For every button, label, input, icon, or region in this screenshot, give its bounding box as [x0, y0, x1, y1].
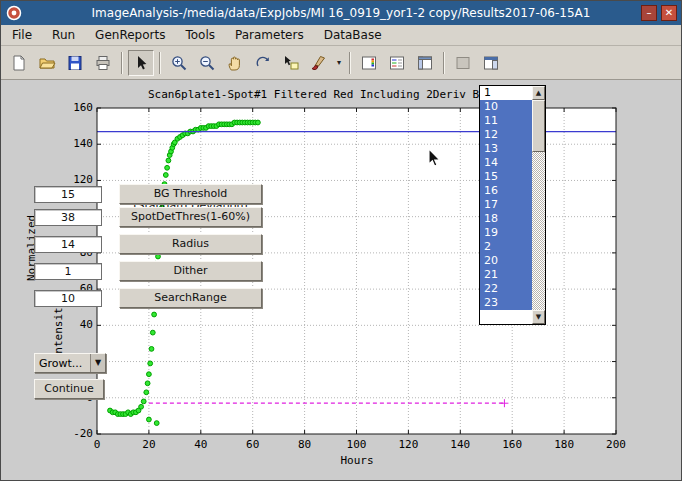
zoom-out-button[interactable] [194, 50, 220, 76]
toolbar-separator [349, 52, 351, 74]
value-list-item[interactable]: 1 [480, 86, 532, 100]
value-list-item[interactable]: 10 [480, 100, 532, 114]
x-axis-label: Hours [326, 454, 388, 467]
value-list-item[interactable]: 14 [480, 156, 532, 170]
insert-legend-button[interactable] [384, 50, 410, 76]
minimize-button[interactable]: – [641, 5, 657, 21]
data-point [256, 120, 261, 125]
menu-file[interactable]: File [3, 26, 41, 44]
scrollbar-track[interactable] [532, 100, 545, 310]
insert-colorbar-button[interactable] [356, 50, 382, 76]
searchrange-button[interactable]: SearchRange [119, 288, 262, 308]
spotdetthres-input[interactable] [34, 209, 102, 226]
data-point [144, 390, 149, 395]
continue-button[interactable]: Continue [34, 379, 104, 399]
x-tick-label: 40 [186, 438, 216, 451]
data-point [166, 158, 171, 163]
value-list-item[interactable]: 23 [480, 296, 532, 310]
y-axis-label-line2: Intensity [52, 301, 65, 361]
value-list-item[interactable]: 20 [480, 254, 532, 268]
zoom-out-icon [198, 54, 216, 72]
value-list-item[interactable]: 18 [480, 212, 532, 226]
data-point [145, 381, 150, 386]
edit-plot-button[interactable] [128, 50, 154, 76]
data-point [165, 165, 170, 170]
data-point [141, 399, 146, 404]
plot-tools-button[interactable] [412, 50, 438, 76]
show-plot-tools-button[interactable] [478, 50, 504, 76]
spotdetthres-button[interactable]: SpotDetThres(1-60%) [119, 207, 262, 227]
data-point [139, 404, 144, 409]
growth-dropdown[interactable]: Growt... ▼ [34, 353, 106, 373]
value-list-item[interactable]: 13 [480, 142, 532, 156]
data-point [147, 417, 152, 422]
hide-plot-tools-button[interactable] [450, 50, 476, 76]
radius-button[interactable]: Radius [119, 234, 262, 254]
value-list-item[interactable]: 15 [480, 170, 532, 184]
data-point [148, 361, 153, 366]
brush-dropdown-caret[interactable]: ▾ [334, 50, 344, 76]
save-icon [66, 54, 84, 72]
scroll-up-icon[interactable]: ▲ [532, 86, 545, 100]
menu-database[interactable]: DataBase [315, 26, 391, 44]
value-list-item[interactable]: 19 [480, 226, 532, 240]
new-file-icon [10, 54, 28, 72]
data-point [152, 312, 157, 317]
value-list-item[interactable]: 22 [480, 282, 532, 296]
scroll-down-icon[interactable]: ▼ [532, 310, 545, 324]
toolbar-separator [121, 52, 123, 74]
x-tick-label: 120 [393, 438, 423, 451]
data-point [156, 254, 161, 259]
dither-button[interactable]: Dither [119, 261, 262, 281]
title-bar: ImageAnalysis-/media/data/ExpJobs/MI 16_… [1, 1, 681, 25]
data-point [149, 347, 154, 352]
value-list-item[interactable]: 17 [480, 198, 532, 212]
window-menu-icon[interactable] [6, 5, 22, 21]
value-list-item[interactable]: 16 [480, 184, 532, 198]
value-list-item[interactable]: 12 [480, 128, 532, 142]
new-figure-button[interactable] [6, 50, 32, 76]
brush-icon [310, 54, 328, 72]
x-tick-label: 160 [497, 438, 527, 451]
x-tick-label: 140 [445, 438, 475, 451]
brush-button[interactable] [306, 50, 332, 76]
data-cursor-button[interactable] [278, 50, 304, 76]
close-button[interactable]: ✕ [661, 5, 677, 21]
insert-legend-icon [388, 54, 406, 72]
chevron-down-icon[interactable]: ▼ [90, 354, 105, 372]
value-list-item[interactable]: 21 [480, 268, 532, 282]
window-title: ImageAnalysis-/media/data/ExpJobs/MI 16_… [1, 6, 681, 20]
open-file-button[interactable] [34, 50, 60, 76]
bg-threshold-input[interactable] [34, 186, 102, 203]
value-list-item[interactable]: 11 [480, 114, 532, 128]
y-tick-label: 140 [61, 137, 93, 150]
hide-plot-tools-icon [454, 54, 472, 72]
zoom-in-button[interactable] [166, 50, 192, 76]
open-folder-icon [38, 54, 56, 72]
pan-button[interactable] [222, 50, 248, 76]
value-list-blank [480, 310, 532, 324]
menu-genreports[interactable]: GenReports [86, 26, 174, 44]
menu-run[interactable]: Run [43, 26, 84, 44]
scrollbar-thumb[interactable] [532, 100, 545, 152]
pan-hand-icon [226, 54, 244, 72]
rotate-3d-button[interactable] [250, 50, 276, 76]
value-list-items: 10111213141516171819220212223 [480, 100, 532, 310]
value-list-item[interactable]: 2 [480, 240, 532, 254]
radius-input[interactable] [34, 236, 102, 253]
toolbar-separator [443, 52, 445, 74]
x-tick-label: 60 [238, 438, 268, 451]
print-button[interactable] [90, 50, 116, 76]
y-tick-label: 40 [61, 318, 93, 331]
data-point [154, 421, 159, 426]
toolbar-separator [159, 52, 161, 74]
x-tick-label: 180 [549, 438, 579, 451]
dither-input[interactable] [34, 263, 102, 280]
save-button[interactable] [62, 50, 88, 76]
menu-tools[interactable]: Tools [176, 26, 224, 44]
searchrange-input[interactable] [34, 290, 102, 307]
menu-parameters[interactable]: Parameters [226, 26, 313, 44]
bg-threshold-button[interactable]: BG Threshold [119, 184, 262, 204]
app-window: ImageAnalysis-/media/data/ExpJobs/MI 16_… [0, 0, 682, 481]
x-tick-label: 80 [290, 438, 320, 451]
